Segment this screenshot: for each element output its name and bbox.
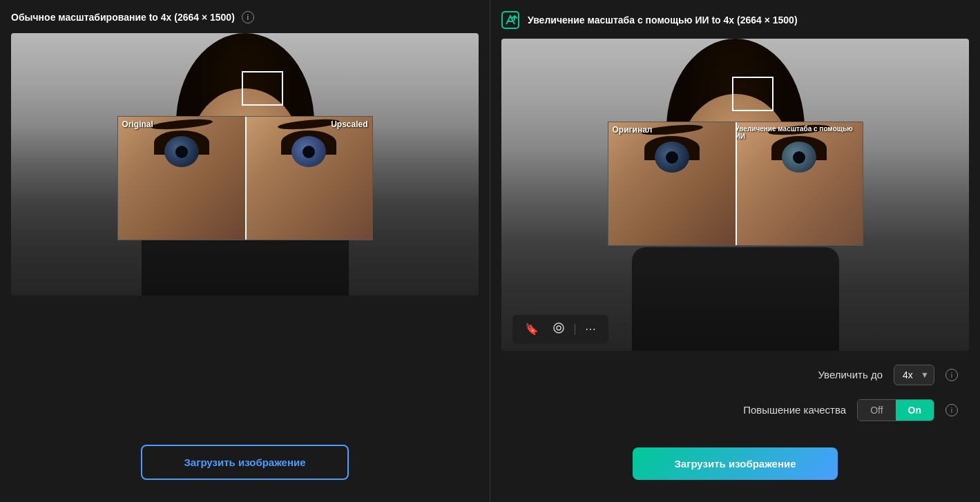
quality-toggle: Off On bbox=[857, 399, 934, 421]
camera-button[interactable] bbox=[547, 319, 570, 340]
right-zoom-divider bbox=[736, 122, 737, 245]
eye-iris-upscaled bbox=[291, 136, 326, 167]
left-panel-title: Обычное масштабирование to 4x (2664 × 15… bbox=[11, 12, 235, 23]
scale-select-wrapper: 2x 4x 6x 8x ▼ bbox=[894, 365, 934, 385]
left-panel-header: Обычное масштабирование to 4x (2664 × 15… bbox=[11, 11, 479, 23]
zoom-divider bbox=[245, 117, 247, 240]
zoom-half-original: Original bbox=[118, 117, 245, 240]
left-image-container: Original Upscaled bbox=[11, 33, 479, 296]
right-zoom-box-indicator bbox=[732, 77, 774, 111]
eye-pupil-upscaled bbox=[302, 146, 315, 158]
right-download-label: Загрузить изображение bbox=[674, 458, 796, 470]
right-zoom-half-original: Оригинал bbox=[608, 122, 736, 245]
svg-point-1 bbox=[554, 323, 564, 333]
right-zoom-half-ai: Увеличение масштаба с помощью ИИ bbox=[736, 122, 863, 245]
toggle-off-button[interactable]: Off bbox=[858, 400, 895, 421]
eye-iris-original bbox=[164, 136, 199, 167]
scale-select[interactable]: 2x 4x 6x 8x bbox=[894, 365, 934, 385]
bookmark-button[interactable]: 🔖 bbox=[519, 320, 544, 338]
left-info-icon[interactable]: i bbox=[242, 11, 254, 23]
right-image-container: Оригинал Увеличение масштаба с помощью И… bbox=[501, 39, 969, 351]
left-download-button[interactable]: Загрузить изображение bbox=[141, 445, 348, 481]
scale-info-icon[interactable]: i bbox=[945, 369, 958, 381]
controls-section: Увеличить до 2x 4x 6x 8x ▼ i Повышение к… bbox=[501, 351, 969, 442]
zoom-label-upscaled: Upscaled bbox=[331, 119, 367, 129]
svg-rect-0 bbox=[502, 12, 519, 28]
more-button[interactable]: ⋯ bbox=[579, 320, 602, 338]
right-photo-jacket bbox=[632, 247, 839, 351]
right-eye-original bbox=[615, 136, 729, 177]
left-image-photo: Original Upscaled bbox=[11, 33, 479, 296]
right-download-button[interactable]: Загрузить изображение bbox=[633, 447, 837, 481]
eye-pupil-original bbox=[175, 146, 188, 158]
eye-upscaled bbox=[252, 131, 365, 172]
eyebrow-original bbox=[150, 117, 213, 131]
right-zoom-label-ai: Увеличение масштаба с помощью ИИ bbox=[736, 125, 858, 140]
zoom-box-indicator bbox=[242, 71, 283, 106]
zoom-label-original: Original bbox=[122, 119, 153, 129]
left-spacer bbox=[11, 296, 479, 439]
right-panel-title: Увеличение масштаба с помощью ИИ to 4x (… bbox=[528, 15, 798, 26]
quality-label: Повышение качества bbox=[743, 404, 846, 416]
left-download-section: Загрузить изображение bbox=[11, 439, 479, 492]
quality-control-row: Повышение качества Off On i bbox=[512, 399, 958, 421]
upscale-to-label: Увеличить до bbox=[818, 369, 883, 380]
toggle-on-button[interactable]: On bbox=[896, 400, 934, 421]
right-panel: Увеличение масштаба с помощью ИИ to 4x (… bbox=[490, 0, 980, 502]
more-icon: ⋯ bbox=[585, 322, 596, 336]
camera-icon bbox=[553, 322, 565, 337]
right-eye-ai bbox=[742, 136, 856, 177]
right-eye-iris-original bbox=[655, 142, 689, 173]
right-panel-header: Увеличение масштаба с помощью ИИ to 4x (… bbox=[501, 11, 969, 29]
right-download-section: Загрузить изображение bbox=[501, 442, 969, 492]
right-image-photo: Оригинал Увеличение масштаба с помощью И… bbox=[501, 39, 969, 351]
toolbar-divider bbox=[575, 324, 575, 335]
zoom-preview-right: Оригинал Увеличение масштаба с помощью И… bbox=[608, 122, 863, 246]
svg-point-2 bbox=[557, 326, 561, 330]
eye-original bbox=[125, 131, 238, 172]
ai-upscale-icon bbox=[501, 11, 519, 29]
left-download-label: Загрузить изображение bbox=[184, 456, 305, 468]
scale-control-row: Увеличить до 2x 4x 6x 8x ▼ i bbox=[512, 365, 958, 385]
image-toolbar: 🔖 ⋯ bbox=[512, 315, 608, 344]
right-eye-pupil-original bbox=[666, 151, 678, 164]
right-eye-pupil-ai bbox=[793, 151, 805, 164]
zoom-preview-left: Original Upscaled bbox=[117, 116, 373, 240]
right-eye-iris-ai bbox=[782, 142, 816, 173]
left-panel: Обычное масштабирование to 4x (2664 × 15… bbox=[0, 0, 490, 502]
quality-info-icon[interactable]: i bbox=[945, 404, 958, 416]
zoom-half-upscaled: Upscaled bbox=[245, 117, 372, 240]
right-zoom-label-original: Оригинал bbox=[613, 125, 653, 135]
bookmark-icon: 🔖 bbox=[525, 322, 539, 336]
